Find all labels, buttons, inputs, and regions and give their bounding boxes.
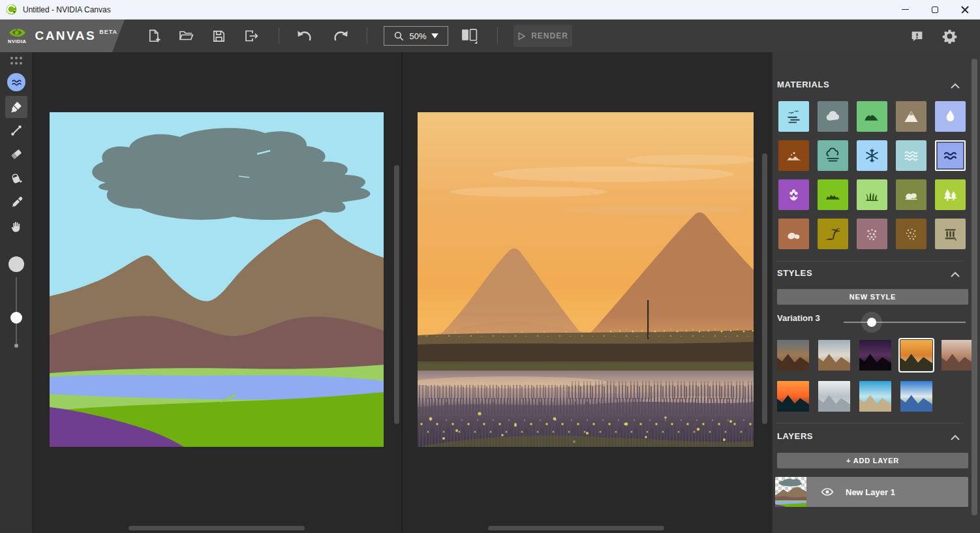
layers-header: LAYERS [777,431,813,441]
render-label: RENDER [531,31,568,40]
material-cloud[interactable] [818,101,848,132]
left-pane-vertical-scrollbar[interactable] [394,165,399,424]
maximize-button[interactable] [920,0,950,19]
brush-size-max-indicator [8,256,24,272]
line-icon [9,123,23,138]
fill-tool[interactable] [5,167,27,189]
right-pane-horizontal-scrollbar[interactable] [488,526,664,530]
feedback-button[interactable] [906,25,928,47]
styles-collapse-chevron-icon[interactable] [950,271,960,279]
material-flower[interactable] [778,179,809,210]
pane-divider [401,52,403,533]
paintbrush-tool[interactable] [5,96,27,118]
save-button[interactable] [207,25,230,47]
undo-button[interactable] [293,25,315,47]
material-fog[interactable] [818,140,848,171]
material-straw[interactable] [857,179,887,210]
pan-tool[interactable] [5,215,27,237]
open-file-button[interactable] [175,25,197,47]
close-button[interactable] [950,0,980,19]
right-pane-vertical-scrollbar[interactable] [762,153,767,424]
material-picker-tool[interactable] [5,191,27,213]
style-thumbnail-landscape [900,381,932,412]
layer-name: New Layer 1 [846,487,895,497]
active-material-swatch[interactable] [7,73,25,91]
material-stone[interactable] [778,219,809,249]
new-style-button[interactable]: NEW STYLE [777,289,968,305]
add-layer-button[interactable]: + ADD LAYER [777,453,968,468]
export-icon [243,28,259,44]
material-water[interactable] [935,101,966,132]
material-dirt[interactable] [778,140,809,171]
style-thumbnail-desert-monuments[interactable] [777,340,809,371]
style-thumbnail-landscape [818,381,850,412]
style-thumbnail-alpine-lake[interactable] [900,381,932,412]
redo-icon [333,29,350,43]
dirt-icon [785,147,803,164]
nvidia-canvas-window: Untitled - NVIDIA Canvas NVIDIA CANVAS B… [0,0,980,533]
material-soil[interactable] [896,219,926,249]
river-waves-icon [11,78,22,87]
zoom-level-dropdown[interactable]: 50% [384,26,448,46]
new-file-icon [146,28,162,44]
section-divider [777,261,964,262]
style-thumbnail-foggy-snow-peaks[interactable] [818,381,850,412]
material-mountain[interactable] [896,101,926,132]
close-icon [961,6,969,14]
right-panel: MATERIALS STYLES NEW STYLE Variation 3 L… [772,52,980,533]
style-thumbnail-ocean-sunset[interactable] [777,381,809,412]
layer-item[interactable]: New Layer 1 [775,477,968,507]
new-file-button[interactable] [143,25,165,47]
minimize-icon [902,9,909,10]
segmentation-canvas[interactable] [50,112,384,447]
material-sand[interactable] [818,219,848,249]
material-sea[interactable] [896,140,926,171]
style-thumbnail-rocky-summit[interactable] [942,340,973,371]
variation-slider-thumb[interactable] [867,318,876,327]
nvidia-logo-text: NVIDIA [8,38,26,44]
panel-scrollbar[interactable] [972,59,977,515]
eyedropper-icon [10,196,23,209]
style-thumbnail-starry-arch[interactable] [859,340,891,371]
toolbar-separator [497,27,498,44]
rendered-canvas[interactable] [418,112,754,447]
gallery-grid-button[interactable] [5,50,27,72]
material-river[interactable] [935,140,966,171]
materials-collapse-chevron-icon[interactable] [950,82,960,90]
brush-size-slider-thumb[interactable] [10,312,22,324]
minimize-button[interactable] [890,0,920,19]
settings-button[interactable] [938,25,960,47]
split-view-button[interactable] [459,25,481,47]
grid-dots-icon [9,55,23,66]
style-thumbnail-landscape [942,340,973,371]
material-sky[interactable] [778,101,809,132]
maximize-icon [932,7,938,13]
variation-slider-track[interactable] [844,322,966,323]
material-grass[interactable] [818,179,848,210]
material-ruins[interactable] [935,219,966,249]
style-thumbnail-sunset-fog-valley[interactable] [900,340,932,371]
style-thumbnail-tropical-beach[interactable] [859,381,891,412]
redo-button[interactable] [330,25,352,47]
brush-size-slider-track[interactable] [16,277,17,344]
sky-icon [785,108,803,125]
style-thumbnail-landscape [777,340,809,371]
style-thumbnail-clouds-over-peaks[interactable] [818,340,850,371]
variation-label: Variation 3 [777,313,820,323]
line-tool[interactable] [5,119,27,142]
canvas-area [33,52,772,533]
open-folder-icon [178,28,194,44]
material-snow[interactable] [857,140,887,171]
material-hill[interactable] [857,101,887,132]
material-tree[interactable] [935,179,966,210]
layers-collapse-chevron-icon[interactable] [950,434,960,442]
material-gravel[interactable] [857,219,887,249]
eraser-tool[interactable] [5,143,27,165]
left-pane-horizontal-scrollbar[interactable] [129,526,305,530]
drop-icon [942,108,959,125]
settings-gear-icon [942,29,957,44]
layer-visibility-eye-icon[interactable] [821,487,834,496]
render-button[interactable]: RENDER [513,25,572,47]
material-bush[interactable] [896,179,926,210]
export-button[interactable] [240,25,262,47]
